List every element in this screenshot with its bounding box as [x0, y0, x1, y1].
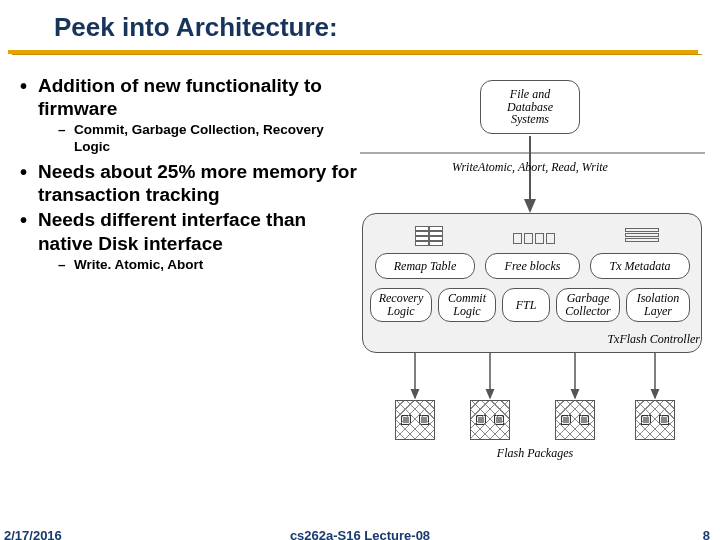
freeblocks-box: Free blocks [485, 253, 580, 279]
remap-icon [415, 226, 445, 246]
architecture-diagram: File andDatabaseSystems WriteAtomic, Abo… [360, 78, 705, 473]
title-underline-shadow [12, 54, 702, 55]
gc-box: GarbageCollector [556, 288, 620, 322]
bullet-3-text: Needs different interface than native Di… [38, 209, 306, 253]
ftl-box: FTL [502, 288, 550, 322]
flash-pkg-4 [635, 400, 675, 440]
bullet-1: Addition of new functionality to firmwar… [18, 74, 358, 156]
bullet-content: Addition of new functionality to firmwar… [18, 74, 358, 278]
controller-label: TxFlash Controller [560, 332, 700, 347]
bullet-1-text: Addition of new functionality to firmwar… [38, 75, 322, 119]
flash-packages-label: Flash Packages [485, 446, 585, 461]
txmeta-box: Tx Metadata [590, 253, 690, 279]
isolation-box: IsolationLayer [626, 288, 690, 322]
flash-pkg-2 [470, 400, 510, 440]
flash-pkg-3 [555, 400, 595, 440]
bullet-2: Needs about 25% more memory for transact… [18, 160, 358, 206]
bullet-3: Needs different interface than native Di… [18, 208, 358, 273]
recovery-box: RecoveryLogic [370, 288, 432, 322]
slide-title: Peek into Architecture: [54, 12, 338, 43]
interface-label: WriteAtomic, Abort, Read, Write [395, 160, 665, 175]
footer-page: 8 [703, 528, 710, 540]
bullet-3a: Write. Atomic, Abort [38, 257, 358, 274]
bullet-1a: Commit, Garbage Collection, Recovery Log… [38, 122, 358, 156]
remap-box: Remap Table [375, 253, 475, 279]
flash-pkg-1 [395, 400, 435, 440]
footer-course: cs262a-S16 Lecture-08 [0, 528, 720, 540]
commit-box: CommitLogic [438, 288, 496, 322]
filedb-box: File andDatabaseSystems [480, 80, 580, 134]
